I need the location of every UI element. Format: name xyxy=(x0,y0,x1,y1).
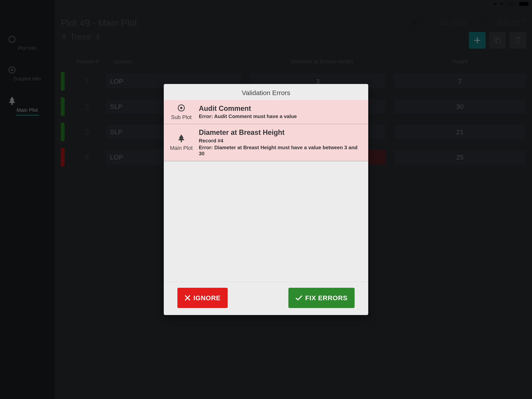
validation-error-item[interactable]: Main Plot Diameter at Breast Height Reco… xyxy=(164,124,368,161)
error-message: Error: Audit Comment must have a value xyxy=(199,113,362,119)
error-section-label: Sub Plot xyxy=(171,114,192,120)
ignore-button[interactable]: IGNORE xyxy=(177,288,228,308)
close-icon xyxy=(184,295,191,301)
tree-icon xyxy=(177,134,185,143)
error-title: Diameter at Breast Height xyxy=(199,129,362,137)
target-icon xyxy=(177,104,186,112)
ignore-button-label: IGNORE xyxy=(193,294,221,302)
dialog-empty-area xyxy=(164,161,368,282)
fix-errors-button[interactable]: FIX ERRORS xyxy=(288,288,355,308)
dialog-title: Validation Errors xyxy=(164,84,368,100)
error-message: Error: Diameter at Breast Height must ha… xyxy=(199,145,362,157)
error-subtitle: Record #4 xyxy=(199,138,362,144)
validation-errors-dialog: Validation Errors Sub Plot Audit Comment… xyxy=(164,84,368,315)
fix-errors-button-label: FIX ERRORS xyxy=(305,294,348,302)
error-section-label: Main Plot xyxy=(170,145,193,151)
validation-error-item[interactable]: Sub Plot Audit Comment Error: Audit Comm… xyxy=(164,100,368,124)
svg-point-7 xyxy=(180,107,183,109)
error-title: Audit Comment xyxy=(199,104,362,113)
check-icon xyxy=(295,295,302,301)
